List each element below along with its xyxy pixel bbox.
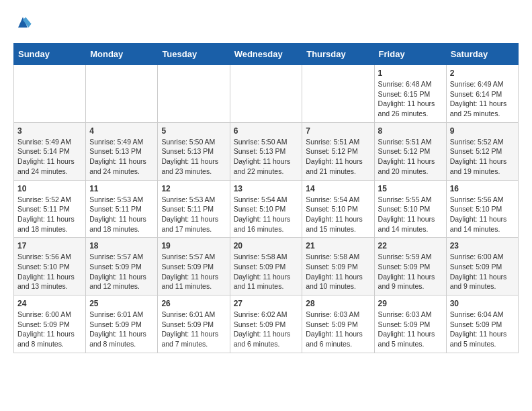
day-info: Sunrise: 5:52 AM Sunset: 5:12 PM Dayligh… — [450, 137, 515, 177]
calendar-cell — [14, 65, 86, 123]
logo-icon — [13, 13, 32, 32]
day-info: Sunrise: 5:53 AM Sunset: 5:11 PM Dayligh… — [89, 195, 154, 234]
calendar-cell: 4Sunrise: 5:49 AM Sunset: 5:13 PM Daylig… — [86, 122, 158, 180]
calendar-cell: 6Sunrise: 5:50 AM Sunset: 5:13 PM Daylig… — [230, 122, 302, 180]
calendar-cell: 12Sunrise: 5:53 AM Sunset: 5:11 PM Dayli… — [158, 180, 230, 238]
day-info: Sunrise: 5:55 AM Sunset: 5:10 PM Dayligh… — [378, 195, 443, 234]
day-info: Sunrise: 5:56 AM Sunset: 5:10 PM Dayligh… — [450, 195, 515, 234]
calendar-cell — [302, 65, 374, 123]
day-number: 14 — [306, 184, 370, 193]
logo — [13, 13, 35, 32]
calendar-cell — [158, 65, 230, 123]
calendar-cell: 1Sunrise: 6:48 AM Sunset: 6:15 PM Daylig… — [374, 65, 446, 123]
day-info: Sunrise: 5:54 AM Sunset: 5:10 PM Dayligh… — [306, 195, 370, 234]
day-info: Sunrise: 5:56 AM Sunset: 5:10 PM Dayligh… — [17, 252, 82, 291]
calendar-cell: 27Sunrise: 6:02 AM Sunset: 5:09 PM Dayli… — [230, 295, 302, 353]
calendar-day-header: Sunday — [14, 44, 86, 65]
calendar-cell: 11Sunrise: 5:53 AM Sunset: 5:11 PM Dayli… — [86, 180, 158, 238]
day-number: 2 — [450, 68, 515, 78]
day-number: 30 — [450, 299, 515, 308]
calendar-cell: 25Sunrise: 6:01 AM Sunset: 5:09 PM Dayli… — [86, 295, 158, 353]
day-number: 24 — [17, 299, 82, 308]
day-info: Sunrise: 6:03 AM Sunset: 5:09 PM Dayligh… — [306, 310, 370, 349]
day-number: 7 — [306, 126, 370, 136]
day-info: Sunrise: 6:04 AM Sunset: 5:09 PM Dayligh… — [450, 310, 515, 349]
calendar-cell: 8Sunrise: 5:51 AM Sunset: 5:12 PM Daylig… — [374, 122, 446, 180]
calendar-cell — [86, 65, 158, 123]
day-info: Sunrise: 5:59 AM Sunset: 5:09 PM Dayligh… — [378, 252, 443, 291]
day-number: 6 — [234, 126, 299, 136]
calendar-cell: 26Sunrise: 6:01 AM Sunset: 5:09 PM Dayli… — [158, 295, 230, 353]
calendar-cell: 3Sunrise: 5:49 AM Sunset: 5:14 PM Daylig… — [14, 122, 86, 180]
day-info: Sunrise: 5:50 AM Sunset: 5:13 PM Dayligh… — [161, 137, 226, 177]
calendar-cell: 10Sunrise: 5:52 AM Sunset: 5:11 PM Dayli… — [14, 180, 86, 238]
day-number: 9 — [450, 126, 515, 136]
day-info: Sunrise: 6:02 AM Sunset: 5:09 PM Dayligh… — [234, 310, 299, 349]
day-number: 1 — [378, 68, 443, 78]
calendar-week-row: 17Sunrise: 5:56 AM Sunset: 5:10 PM Dayli… — [14, 238, 519, 295]
day-number: 11 — [89, 184, 154, 193]
day-number: 20 — [234, 241, 299, 250]
calendar-cell: 16Sunrise: 5:56 AM Sunset: 5:10 PM Dayli… — [446, 180, 518, 238]
day-number: 16 — [450, 184, 515, 193]
day-info: Sunrise: 6:01 AM Sunset: 5:09 PM Dayligh… — [161, 310, 226, 349]
calendar-day-header: Wednesday — [230, 44, 302, 65]
calendar-cell: 22Sunrise: 5:59 AM Sunset: 5:09 PM Dayli… — [374, 238, 446, 295]
day-number: 21 — [306, 241, 370, 250]
calendar-cell: 20Sunrise: 5:58 AM Sunset: 5:09 PM Dayli… — [230, 238, 302, 295]
day-number: 22 — [378, 241, 443, 250]
day-number: 19 — [161, 241, 226, 250]
calendar-cell: 29Sunrise: 6:03 AM Sunset: 5:09 PM Dayli… — [374, 295, 446, 353]
day-number: 8 — [378, 126, 443, 136]
day-info: Sunrise: 6:01 AM Sunset: 5:09 PM Dayligh… — [89, 310, 154, 349]
calendar-cell: 21Sunrise: 5:58 AM Sunset: 5:09 PM Dayli… — [302, 238, 374, 295]
day-info: Sunrise: 5:51 AM Sunset: 5:12 PM Dayligh… — [378, 137, 443, 177]
calendar-cell: 9Sunrise: 5:52 AM Sunset: 5:12 PM Daylig… — [446, 122, 518, 180]
calendar-cell: 13Sunrise: 5:54 AM Sunset: 5:10 PM Dayli… — [230, 180, 302, 238]
day-number: 13 — [234, 184, 299, 193]
calendar-week-row: 24Sunrise: 6:00 AM Sunset: 5:09 PM Dayli… — [14, 295, 519, 353]
calendar-week-row: 10Sunrise: 5:52 AM Sunset: 5:11 PM Dayli… — [14, 180, 519, 238]
day-number: 15 — [378, 184, 443, 193]
calendar-cell: 18Sunrise: 5:57 AM Sunset: 5:09 PM Dayli… — [86, 238, 158, 295]
day-info: Sunrise: 5:58 AM Sunset: 5:09 PM Dayligh… — [306, 252, 370, 291]
calendar-cell: 30Sunrise: 6:04 AM Sunset: 5:09 PM Dayli… — [446, 295, 518, 353]
calendar-day-header: Tuesday — [158, 44, 230, 65]
calendar-cell: 19Sunrise: 5:57 AM Sunset: 5:09 PM Dayli… — [158, 238, 230, 295]
calendar-cell: 17Sunrise: 5:56 AM Sunset: 5:10 PM Dayli… — [14, 238, 86, 295]
day-info: Sunrise: 6:48 AM Sunset: 6:15 PM Dayligh… — [378, 79, 443, 119]
day-number: 26 — [161, 299, 226, 308]
calendar-table: SundayMondayTuesdayWednesdayThursdayFrid… — [13, 43, 519, 353]
calendar-header-row: SundayMondayTuesdayWednesdayThursdayFrid… — [14, 44, 519, 65]
day-info: Sunrise: 5:57 AM Sunset: 5:09 PM Dayligh… — [161, 252, 226, 291]
day-number: 3 — [17, 126, 82, 136]
calendar-week-row: 1Sunrise: 6:48 AM Sunset: 6:15 PM Daylig… — [14, 65, 519, 123]
calendar-cell: 14Sunrise: 5:54 AM Sunset: 5:10 PM Dayli… — [302, 180, 374, 238]
calendar-cell: 15Sunrise: 5:55 AM Sunset: 5:10 PM Dayli… — [374, 180, 446, 238]
day-info: Sunrise: 5:58 AM Sunset: 5:09 PM Dayligh… — [234, 252, 299, 291]
day-info: Sunrise: 6:03 AM Sunset: 5:09 PM Dayligh… — [378, 310, 443, 349]
day-info: Sunrise: 5:50 AM Sunset: 5:13 PM Dayligh… — [234, 137, 299, 177]
calendar-day-header: Monday — [86, 44, 158, 65]
day-info: Sunrise: 6:00 AM Sunset: 5:09 PM Dayligh… — [17, 310, 82, 349]
calendar-cell: 24Sunrise: 6:00 AM Sunset: 5:09 PM Dayli… — [14, 295, 86, 353]
page-header — [13, 13, 519, 32]
day-info: Sunrise: 6:49 AM Sunset: 6:14 PM Dayligh… — [450, 79, 515, 119]
calendar-day-header: Saturday — [446, 44, 518, 65]
calendar-day-header: Friday — [374, 44, 446, 65]
day-number: 12 — [161, 184, 226, 193]
day-info: Sunrise: 5:53 AM Sunset: 5:11 PM Dayligh… — [161, 195, 226, 234]
day-info: Sunrise: 6:00 AM Sunset: 5:09 PM Dayligh… — [450, 252, 515, 291]
calendar-day-header: Thursday — [302, 44, 374, 65]
day-info: Sunrise: 5:52 AM Sunset: 5:11 PM Dayligh… — [17, 195, 82, 234]
calendar-cell: 7Sunrise: 5:51 AM Sunset: 5:12 PM Daylig… — [302, 122, 374, 180]
day-info: Sunrise: 5:54 AM Sunset: 5:10 PM Dayligh… — [234, 195, 299, 234]
calendar-cell — [230, 65, 302, 123]
calendar-cell: 23Sunrise: 6:00 AM Sunset: 5:09 PM Dayli… — [446, 238, 518, 295]
calendar-week-row: 3Sunrise: 5:49 AM Sunset: 5:14 PM Daylig… — [14, 122, 519, 180]
calendar-cell: 5Sunrise: 5:50 AM Sunset: 5:13 PM Daylig… — [158, 122, 230, 180]
day-number: 27 — [234, 299, 299, 308]
day-number: 10 — [17, 184, 82, 193]
day-number: 5 — [161, 126, 226, 136]
day-number: 29 — [378, 299, 443, 308]
